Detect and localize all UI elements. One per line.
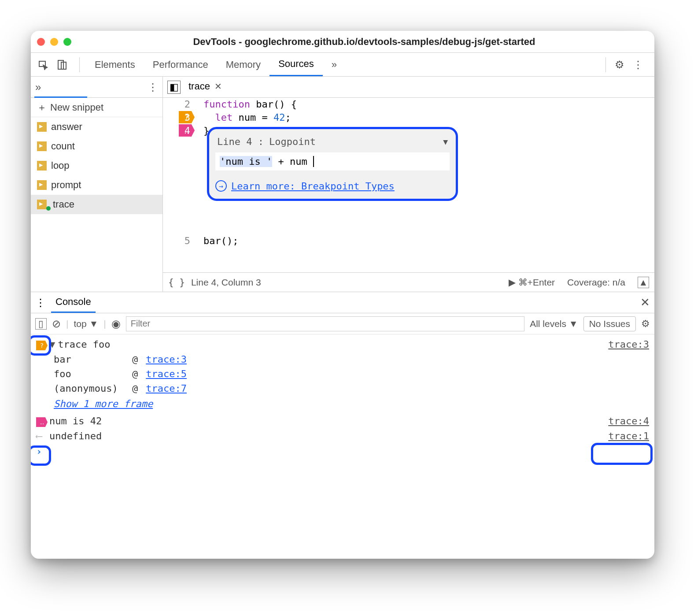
console-message: trace foo bbox=[58, 339, 608, 350]
console-message: undefined bbox=[49, 430, 608, 442]
minimize-window-icon[interactable] bbox=[50, 38, 58, 46]
snippet-item-prompt[interactable]: prompt bbox=[31, 175, 162, 195]
toggle-navigator-icon[interactable]: ◧ bbox=[167, 81, 181, 94]
snippet-label: answer bbox=[51, 121, 82, 133]
modified-dot-icon bbox=[46, 206, 51, 211]
expr-string: 'num is ' bbox=[220, 156, 272, 167]
snippet-icon bbox=[37, 161, 47, 171]
tab-more[interactable]: » bbox=[323, 53, 346, 76]
drawer-close-icon[interactable]: ✕ bbox=[640, 296, 650, 309]
live-expression-icon[interactable]: ◉ bbox=[111, 318, 121, 330]
console-message: num is 42 bbox=[49, 416, 608, 427]
snippet-item-answer[interactable]: answer bbox=[31, 117, 162, 137]
console-filter-input[interactable] bbox=[126, 316, 524, 331]
console-toolbar: ▯ ⊘ | top ▼ | ◉ All levels ▼ No Issues ⚙ bbox=[31, 313, 654, 334]
show-more-frames-link[interactable]: Show 1 more frame bbox=[36, 396, 649, 414]
stack-frame: bar@trace:3 bbox=[54, 352, 649, 367]
window-title: DevTools - googlechrome.github.io/devtoo… bbox=[80, 36, 648, 48]
editor-statusbar: { } Line 4, Column 3 ▶ ⌘+Enter Coverage:… bbox=[163, 272, 654, 292]
code-line[interactable]: function bar() { bbox=[195, 98, 297, 111]
stack-link[interactable]: trace:7 bbox=[146, 383, 187, 394]
new-snippet-label: New snippet bbox=[50, 102, 103, 113]
code-area[interactable]: 2 function bar() { ?3 let num = 42; ‥4 }… bbox=[163, 98, 654, 272]
stack-trace: bar@trace:3 foo@trace:5 (anonymous)@trac… bbox=[36, 352, 649, 396]
device-icon[interactable] bbox=[55, 57, 70, 72]
snippet-icon bbox=[37, 122, 47, 132]
dropdown-icon[interactable]: ▼ bbox=[443, 137, 448, 146]
console-output: ? ▼ trace foo trace:3 bar@trace:3 foo@tr… bbox=[31, 334, 654, 559]
source-link[interactable]: trace:3 bbox=[608, 339, 649, 350]
trace-icon: ? bbox=[36, 341, 48, 350]
stack-fn: foo bbox=[54, 368, 124, 379]
gear-icon[interactable]: ⚙ bbox=[612, 57, 627, 72]
logpoint-expression-input[interactable]: 'num is ' + num bbox=[215, 152, 450, 171]
console-row-trace: ? ▼ trace foo trace:3 bbox=[36, 337, 649, 352]
expand-icon[interactable]: ▲ bbox=[638, 277, 649, 288]
line-number[interactable]: 3 bbox=[163, 111, 190, 124]
snippet-item-trace[interactable]: trace bbox=[31, 195, 162, 214]
snippet-label: trace bbox=[53, 199, 74, 210]
sidebar-menu-icon[interactable]: ⋮ bbox=[148, 81, 158, 93]
learn-more-link[interactable]: Learn more: Breakpoint Types bbox=[231, 181, 395, 192]
kebab-icon[interactable]: ⋮ bbox=[631, 57, 646, 72]
stack-frame: foo@trace:5 bbox=[54, 367, 649, 381]
new-snippet-button[interactable]: ＋ New snippet bbox=[31, 98, 162, 117]
plus-icon: ＋ bbox=[37, 101, 47, 114]
issues-button[interactable]: No Issues bbox=[583, 316, 636, 331]
zoom-window-icon[interactable] bbox=[63, 38, 71, 46]
console-row-return: ⟵ undefined trace:1 bbox=[36, 429, 649, 443]
drawer-menu-icon[interactable]: ⋮ bbox=[35, 297, 46, 309]
console-prompt[interactable]: › bbox=[36, 443, 649, 460]
sidebar-overflow-icon[interactable]: » bbox=[35, 81, 41, 93]
snippet-label: count bbox=[51, 141, 75, 152]
source-editor: ◧ trace ✕ 2 function bar() { ?3 let num … bbox=[163, 77, 654, 292]
file-tab-trace[interactable]: trace ✕ bbox=[186, 77, 225, 97]
code-line[interactable]: let num = 42; bbox=[195, 111, 291, 124]
sidebar-tabs: » ⋮ bbox=[31, 77, 162, 98]
snippet-icon bbox=[37, 141, 47, 151]
tab-console[interactable]: Console bbox=[51, 292, 96, 313]
separator bbox=[79, 57, 80, 72]
context-selector[interactable]: top ▼ bbox=[74, 319, 98, 329]
line-number[interactable]: 2 bbox=[163, 98, 190, 111]
line-number[interactable]: 4 bbox=[163, 124, 190, 137]
stack-fn: (anonymous) bbox=[54, 383, 124, 394]
clear-console-icon[interactable]: ⊘ bbox=[52, 318, 61, 330]
line-number[interactable]: 5 bbox=[163, 234, 190, 248]
console-settings-icon[interactable]: ⚙ bbox=[641, 318, 650, 330]
stack-link[interactable]: trace:5 bbox=[146, 368, 187, 379]
snippet-item-count[interactable]: count bbox=[31, 137, 162, 156]
snippet-icon bbox=[37, 200, 47, 209]
at-symbol: @ bbox=[132, 354, 138, 365]
stack-fn: bar bbox=[54, 354, 124, 365]
stack-link[interactable]: trace:3 bbox=[146, 354, 187, 365]
tab-performance[interactable]: Performance bbox=[144, 53, 217, 76]
close-tab-icon[interactable]: ✕ bbox=[214, 81, 222, 92]
tab-memory[interactable]: Memory bbox=[217, 53, 269, 76]
file-tab-label: trace bbox=[188, 81, 210, 92]
pretty-print-icon[interactable]: { } bbox=[168, 277, 185, 288]
cursor-position: Line 4, Column 3 bbox=[191, 277, 261, 288]
expr-rest: + num bbox=[272, 156, 307, 167]
snippet-item-loop[interactable]: loop bbox=[31, 156, 162, 175]
at-symbol: @ bbox=[132, 383, 138, 394]
arrow-circle-icon: → bbox=[215, 180, 227, 192]
inspect-icon[interactable] bbox=[36, 57, 51, 72]
snippet-list: answer count loop prompt trace bbox=[31, 117, 162, 292]
window-controls bbox=[37, 38, 71, 46]
at-symbol: @ bbox=[132, 368, 138, 379]
snippet-label: prompt bbox=[51, 179, 81, 191]
log-levels-selector[interactable]: All levels ▼ bbox=[530, 319, 578, 329]
source-link[interactable]: trace:1 bbox=[608, 430, 649, 442]
breakpoint-type-label[interactable]: Logpoint bbox=[269, 136, 316, 147]
run-hint[interactable]: ▶ ⌘+Enter bbox=[509, 277, 555, 288]
devtools-tabbar: Elements Performance Memory Sources » ⚙ … bbox=[31, 53, 654, 77]
expand-icon[interactable]: ▼ bbox=[49, 339, 55, 350]
tab-elements[interactable]: Elements bbox=[86, 53, 144, 76]
close-window-icon[interactable] bbox=[37, 38, 45, 46]
tab-sources[interactable]: Sources bbox=[269, 53, 323, 76]
code-line[interactable]: bar(); bbox=[195, 234, 238, 248]
source-link[interactable]: trace:4 bbox=[608, 416, 649, 427]
logpoint-popup: Line 4 : Logpoint ▼ 'num is ' + num → Le… bbox=[207, 127, 458, 201]
console-sidebar-icon[interactable]: ▯ bbox=[35, 318, 47, 330]
